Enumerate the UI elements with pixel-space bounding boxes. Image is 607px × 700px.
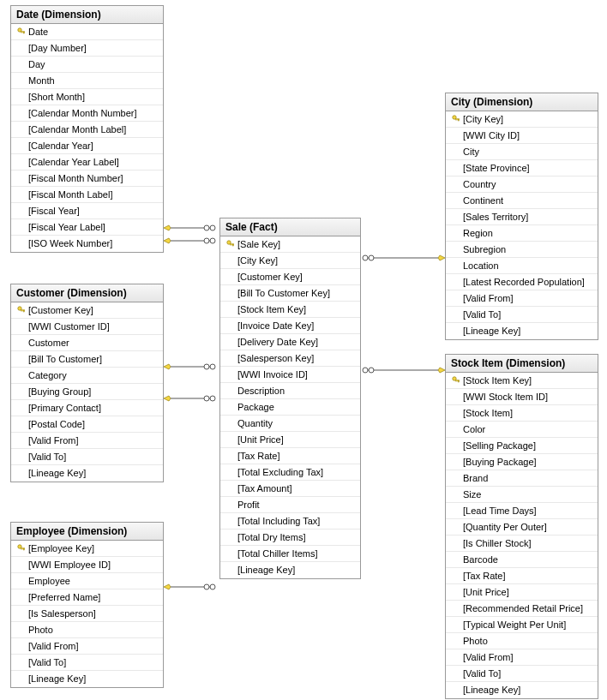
column-row[interactable]: Region [446, 225, 598, 242]
column-row[interactable]: Continent [446, 193, 598, 209]
column-row[interactable]: [City Key] [220, 253, 360, 269]
column-row[interactable]: Day [11, 57, 163, 73]
column-row[interactable]: [Is Salesperson] [11, 606, 163, 622]
column-row[interactable]: [Valid To] [11, 449, 163, 465]
column-row[interactable]: Size [446, 487, 598, 503]
column-row[interactable]: Brand [446, 470, 598, 487]
column-row[interactable]: [Sale Key] [220, 236, 360, 253]
column-row[interactable]: [Customer Key] [220, 269, 360, 285]
column-row[interactable]: Subregion [446, 242, 598, 258]
column-row[interactable]: [Lead Time Days] [446, 503, 598, 519]
column-row[interactable]: Photo [11, 622, 163, 638]
column-row[interactable]: [Buying Group] [11, 384, 163, 400]
column-row[interactable]: [Tax Rate] [446, 568, 598, 584]
column-row[interactable]: [Bill To Customer Key] [220, 285, 360, 302]
column-row[interactable]: [Valid To] [446, 307, 598, 323]
column-row[interactable]: City [446, 144, 598, 160]
column-row[interactable]: [Employee Key] [11, 541, 163, 557]
column-row[interactable]: [Selling Package] [446, 438, 598, 454]
column-row[interactable]: [Fiscal Month Number] [11, 171, 163, 187]
column-row[interactable]: [Tax Amount] [220, 481, 360, 497]
table-header[interactable]: Date (Dimension) [11, 6, 163, 24]
column-row[interactable]: [Unit Price] [446, 584, 598, 601]
column-row[interactable]: [WWI Employee ID] [11, 557, 163, 573]
column-row[interactable]: [Lineage Key] [446, 682, 598, 698]
column-row[interactable]: Month [11, 73, 163, 89]
column-row[interactable]: [Short Month] [11, 89, 163, 105]
column-row[interactable]: [Customer Key] [11, 302, 163, 319]
column-row[interactable]: [Tax Rate] [220, 448, 360, 464]
column-row[interactable]: Country [446, 176, 598, 193]
column-row[interactable]: [Fiscal Month Label] [11, 187, 163, 203]
column-row[interactable]: [Sales Territory] [446, 209, 598, 225]
column-row[interactable]: [Postal Code] [11, 416, 163, 433]
column-row[interactable]: Package [220, 399, 360, 416]
column-row[interactable]: [Quantity Per Outer] [446, 519, 598, 535]
table-header[interactable]: Stock Item (Dimension) [446, 355, 598, 373]
column-row[interactable]: [Day Number] [11, 40, 163, 57]
column-row[interactable]: Profit [220, 497, 360, 513]
table-stockitem[interactable]: Stock Item (Dimension) [Stock Item Key][… [445, 354, 598, 699]
table-header[interactable]: Customer (Dimension) [11, 284, 163, 302]
column-row[interactable]: [Recommended Retail Price] [446, 601, 598, 617]
column-row[interactable]: [Calendar Month Label] [11, 122, 163, 138]
column-row[interactable]: [Total Excluding Tax] [220, 464, 360, 481]
table-header[interactable]: Sale (Fact) [220, 218, 360, 236]
column-row[interactable]: [Valid From] [11, 638, 163, 655]
column-row[interactable]: Location [446, 258, 598, 274]
column-row[interactable]: [City Key] [446, 111, 598, 128]
column-row[interactable]: [Fiscal Year Label] [11, 219, 163, 236]
column-row[interactable]: [Total Including Tax] [220, 513, 360, 529]
column-row[interactable]: [Lineage Key] [11, 465, 163, 482]
column-row[interactable]: [Is Chiller Stock] [446, 535, 598, 552]
table-date[interactable]: Date (Dimension) Date[Day Number]DayMont… [10, 5, 164, 253]
column-row[interactable]: [Lineage Key] [446, 323, 598, 339]
column-row[interactable]: [Buying Package] [446, 454, 598, 470]
column-row[interactable]: [State Province] [446, 160, 598, 176]
column-row[interactable]: [Invoice Date Key] [220, 318, 360, 334]
column-row[interactable]: [Total Chiller Items] [220, 546, 360, 562]
table-header[interactable]: City (Dimension) [446, 93, 598, 111]
column-row[interactable]: [Valid From] [446, 290, 598, 307]
column-row[interactable]: [Stock Item Key] [446, 373, 598, 389]
column-row[interactable]: [Stock Item] [446, 405, 598, 422]
column-row[interactable]: [Lineage Key] [11, 671, 163, 687]
column-row[interactable]: [Stock Item Key] [220, 302, 360, 318]
column-row[interactable]: [Calendar Year] [11, 138, 163, 154]
column-row[interactable]: [Typical Weight Per Unit] [446, 617, 598, 633]
table-employee[interactable]: Employee (Dimension) [Employee Key][WWI … [10, 522, 164, 688]
column-row[interactable]: [Total Dry Items] [220, 529, 360, 546]
column-row[interactable]: [Preferred Name] [11, 589, 163, 606]
column-row[interactable]: Photo [446, 633, 598, 649]
column-row[interactable]: [Calendar Year Label] [11, 154, 163, 171]
column-row[interactable]: [Primary Contact] [11, 400, 163, 416]
column-row[interactable]: Description [220, 383, 360, 399]
column-row[interactable]: [Bill To Customer] [11, 351, 163, 368]
column-row[interactable]: Date [11, 24, 163, 40]
column-row[interactable]: [WWI Customer ID] [11, 319, 163, 335]
column-row[interactable]: Color [446, 422, 598, 438]
column-row[interactable]: [Lineage Key] [220, 562, 360, 578]
table-customer[interactable]: Customer (Dimension) [Customer Key][WWI … [10, 284, 164, 482]
column-row[interactable]: Category [11, 368, 163, 384]
column-row[interactable]: [Valid To] [11, 655, 163, 671]
column-row[interactable]: Customer [11, 335, 163, 351]
column-row[interactable]: [ISO Week Number] [11, 236, 163, 252]
column-row[interactable]: [Valid To] [446, 666, 598, 682]
column-row[interactable]: [Unit Price] [220, 432, 360, 448]
column-row[interactable]: [WWI City ID] [446, 128, 598, 144]
table-header[interactable]: Employee (Dimension) [11, 523, 163, 541]
column-row[interactable]: [Calendar Month Number] [11, 105, 163, 122]
table-sale[interactable]: Sale (Fact) [Sale Key][City Key][Custome… [219, 218, 361, 579]
column-row[interactable]: [Valid From] [11, 433, 163, 449]
table-city[interactable]: City (Dimension) [City Key][WWI City ID]… [445, 93, 598, 340]
column-row[interactable]: [Salesperson Key] [220, 350, 360, 367]
column-row[interactable]: Quantity [220, 416, 360, 432]
column-row[interactable]: [WWI Invoice ID] [220, 367, 360, 383]
column-row[interactable]: Barcode [446, 552, 598, 568]
column-row[interactable]: [Latest Recorded Population] [446, 274, 598, 290]
column-row[interactable]: [WWI Stock Item ID] [446, 389, 598, 405]
column-row[interactable]: [Valid From] [446, 649, 598, 666]
column-row[interactable]: [Fiscal Year] [11, 203, 163, 219]
column-row[interactable]: [Delivery Date Key] [220, 334, 360, 350]
